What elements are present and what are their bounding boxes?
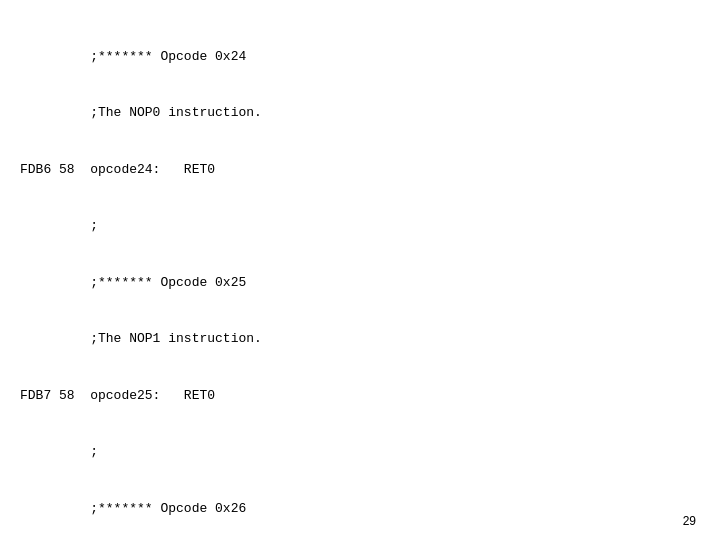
code-line: ;******* Opcode 0x25 [20, 274, 700, 293]
code-block: ;******* Opcode 0x24 ;The NOP0 instructi… [20, 10, 700, 540]
page-number: 29 [683, 514, 696, 528]
code-line: FDB6 58 opcode24: RET0 [20, 161, 700, 180]
code-line: ;******* Opcode 0x26 [20, 500, 700, 519]
code-line: ; [20, 217, 700, 236]
code-line: FDB7 58 opcode25: RET0 [20, 387, 700, 406]
page-content: ;******* Opcode 0x24 ;The NOP0 instructi… [0, 0, 720, 540]
code-line: ;The NOP1 instruction. [20, 330, 700, 349]
code-line: ;The NOP0 instruction. [20, 104, 700, 123]
code-line: ; [20, 443, 700, 462]
code-line: ;******* Opcode 0x24 [20, 48, 700, 67]
